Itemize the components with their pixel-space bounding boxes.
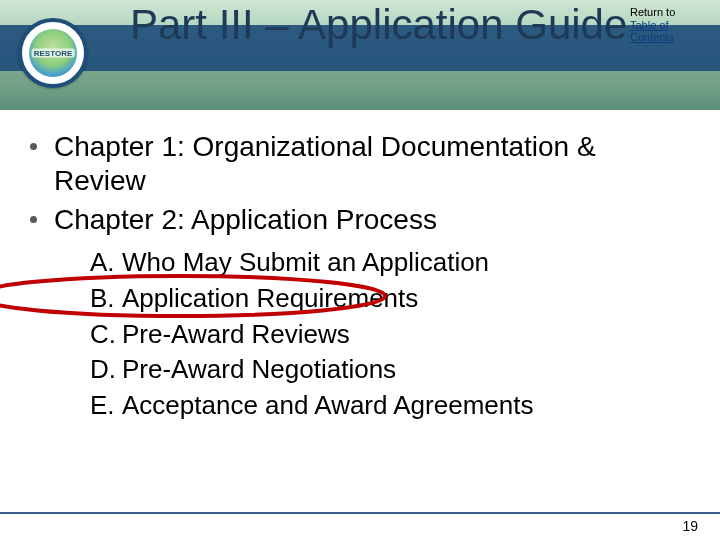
chapter-item: Chapter 1: Organizational Documentation … <box>30 130 690 197</box>
page-number: 19 <box>682 518 698 534</box>
list-item: C. Pre-Award Reviews <box>90 317 690 353</box>
list-text: Who May Submit an Application <box>122 245 489 281</box>
chapter-text: Chapter 2: Application Process <box>54 204 437 235</box>
sub-list: A. Who May Submit an Application B. Appl… <box>30 245 690 424</box>
list-item: A. Who May Submit an Application <box>90 245 690 281</box>
list-letter: A. <box>90 245 122 281</box>
footer-divider <box>0 512 720 514</box>
list-letter: E. <box>90 388 122 424</box>
slide-body: Chapter 1: Organizational Documentation … <box>30 130 690 424</box>
toc-link[interactable]: Table of Contents <box>630 19 674 44</box>
list-text: Pre-Award Reviews <box>122 317 350 353</box>
list-text: Application Requirements <box>122 281 418 317</box>
list-text: Pre-Award Negotiations <box>122 352 396 388</box>
list-letter: C. <box>90 317 122 353</box>
bullet-icon <box>30 216 37 223</box>
list-item: D. Pre-Award Negotiations <box>90 352 690 388</box>
list-text: Acceptance and Award Agreements <box>122 388 533 424</box>
return-toc: Return to Table of Contents <box>630 6 700 44</box>
bullet-icon <box>30 143 37 150</box>
list-letter: D. <box>90 352 122 388</box>
list-item: E. Acceptance and Award Agreements <box>90 388 690 424</box>
list-letter: B. <box>90 281 122 317</box>
toc-prefix: Return to <box>630 6 675 18</box>
header-banner: RESTORE Part III – Application Guide Ret… <box>0 0 720 110</box>
list-item: B. Application Requirements <box>90 281 690 317</box>
slide-title: Part III – Application Guide <box>130 2 630 47</box>
chapter-item: Chapter 2: Application Process <box>30 203 690 237</box>
logo-text: RESTORE <box>32 49 75 58</box>
restore-logo: RESTORE <box>18 18 88 88</box>
chapter-text: Chapter 1: Organizational Documentation … <box>54 131 596 196</box>
slide: RESTORE Part III – Application Guide Ret… <box>0 0 720 540</box>
